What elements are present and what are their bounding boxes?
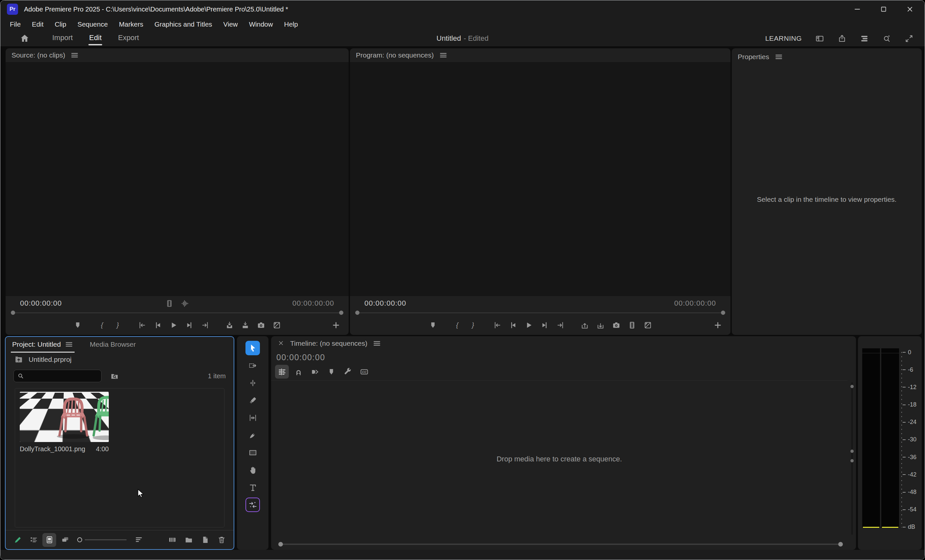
clip-item[interactable]: DollyTrack_10001.png 4:00 [20, 392, 109, 453]
maximize-button[interactable] [875, 3, 892, 16]
razor-tool[interactable] [246, 393, 260, 408]
timeline-vertical-scrollbar[interactable] [851, 382, 853, 535]
fullscreen-button[interactable] [902, 32, 916, 45]
generative-extend-tool[interactable] [246, 498, 260, 512]
linked-selection-button[interactable] [308, 365, 322, 379]
timeline-panel-menu-button[interactable] [373, 339, 381, 348]
lift-button[interactable] [578, 318, 592, 332]
step-forward-button[interactable] [182, 318, 196, 332]
automate-to-sequence-button[interactable] [165, 533, 179, 547]
source-zoom-scrollbar[interactable] [11, 310, 343, 315]
project-writable-button[interactable] [11, 533, 25, 547]
selection-tool[interactable] [246, 341, 260, 355]
learning-button[interactable]: LEARNING [765, 35, 802, 42]
minimize-button[interactable] [849, 3, 866, 16]
search-button[interactable] [879, 32, 894, 45]
menu-file[interactable]: File [4, 20, 26, 28]
program-zoom-scrollbar[interactable] [355, 310, 725, 315]
program-panel-menu-button[interactable] [439, 51, 447, 59]
ripple-edit-tool[interactable] [246, 376, 260, 390]
timeline-settings-button[interactable] [341, 365, 354, 379]
delete-button[interactable] [215, 533, 228, 547]
timeline-track-area[interactable]: Drop media here to create a sequence. [271, 380, 847, 537]
tab-export[interactable]: Export [112, 32, 145, 45]
tab-media-browser[interactable]: Media Browser [88, 337, 137, 352]
go-to-out-button[interactable] [198, 318, 212, 332]
project-panel-menu-button[interactable] [65, 340, 73, 349]
go-to-in-button[interactable] [135, 318, 149, 332]
properties-panel-menu-button[interactable] [774, 53, 783, 61]
hand-tool[interactable] [246, 463, 260, 477]
menu-markers[interactable]: Markers [113, 20, 149, 28]
tab-import[interactable]: Import [46, 32, 78, 45]
icon-view-button[interactable] [42, 533, 56, 547]
play-button[interactable] [522, 318, 536, 332]
menu-clip[interactable]: Clip [49, 20, 72, 28]
film-icon[interactable] [165, 299, 174, 308]
export-frame-button[interactable] [609, 318, 623, 332]
step-back-button[interactable] [506, 318, 520, 332]
mark-out-button[interactable]: } [111, 318, 125, 332]
captions-button[interactable]: CC [357, 365, 371, 379]
quick-export-button[interactable] [835, 32, 849, 45]
menu-edit[interactable]: Edit [26, 20, 49, 28]
pen-tool[interactable] [246, 428, 260, 443]
export-frame-button[interactable] [254, 318, 268, 332]
slip-tool[interactable] [246, 411, 260, 425]
menu-view[interactable]: View [218, 20, 244, 28]
search-bin-button[interactable] [107, 369, 121, 383]
overwrite-button[interactable] [238, 318, 252, 332]
thumbnail-zoom-slider[interactable] [77, 537, 127, 542]
insert-button[interactable] [223, 318, 236, 332]
button-editor-button[interactable] [711, 318, 725, 332]
search-input[interactable] [27, 372, 98, 380]
clip-thumbnail[interactable] [20, 392, 109, 442]
timeline-horizontal-scrollbar[interactable] [278, 541, 843, 547]
track-select-forward-tool[interactable] [246, 358, 260, 373]
tab-project[interactable]: Project: Untitled [11, 337, 75, 353]
rectangle-tool[interactable] [246, 445, 260, 460]
zoom-handle-right[interactable] [838, 542, 843, 546]
slider-thumb[interactable] [77, 537, 82, 542]
step-forward-button[interactable] [538, 318, 551, 332]
list-view-button[interactable] [27, 533, 41, 547]
comparison-view-button[interactable] [270, 318, 283, 332]
svg-text:}: } [116, 321, 119, 329]
workspace-layout-button[interactable] [812, 32, 827, 45]
snap-button[interactable] [291, 365, 305, 379]
freeform-view-button[interactable] [58, 533, 72, 547]
mark-out-button[interactable]: } [466, 318, 480, 332]
menu-graphics-and-titles[interactable]: Graphics and Titles [149, 20, 217, 28]
comparison-view-button[interactable] [641, 318, 655, 332]
mark-in-button[interactable]: { [95, 318, 109, 332]
menu-window[interactable]: Window [244, 20, 279, 28]
tab-edit[interactable]: Edit [83, 32, 107, 45]
timeline-timecode[interactable]: 00:00:00:00 [271, 351, 856, 364]
add-marker-button[interactable] [426, 318, 440, 332]
workspaces-button[interactable] [857, 32, 871, 45]
new-item-button[interactable] [198, 533, 212, 547]
project-root-icon[interactable] [14, 355, 23, 364]
new-bin-button[interactable] [182, 533, 196, 547]
go-to-in-button[interactable] [490, 318, 504, 332]
home-button[interactable] [17, 32, 32, 45]
timeline-close-button[interactable] [278, 340, 285, 347]
menu-help[interactable]: Help [279, 20, 304, 28]
button-editor-button[interactable] [329, 318, 343, 332]
menu-sequence[interactable]: Sequence [72, 20, 113, 28]
close-button[interactable] [902, 3, 918, 16]
sort-icons-button[interactable] [132, 533, 146, 547]
source-panel-menu-button[interactable] [70, 51, 79, 59]
go-to-out-button[interactable] [553, 318, 567, 332]
add-marker-button[interactable] [324, 365, 338, 379]
add-marker-button[interactable] [71, 318, 84, 332]
play-button[interactable] [167, 318, 181, 332]
nest-toggle-button[interactable] [275, 365, 289, 379]
step-back-button[interactable] [151, 318, 165, 332]
filmstrip-arrow-button[interactable] [625, 318, 639, 332]
mark-in-button[interactable]: { [450, 318, 464, 332]
wave-icon[interactable] [181, 299, 189, 308]
extract-button[interactable] [594, 318, 607, 332]
zoom-handle-left[interactable] [278, 542, 283, 546]
type-tool[interactable] [246, 480, 260, 495]
